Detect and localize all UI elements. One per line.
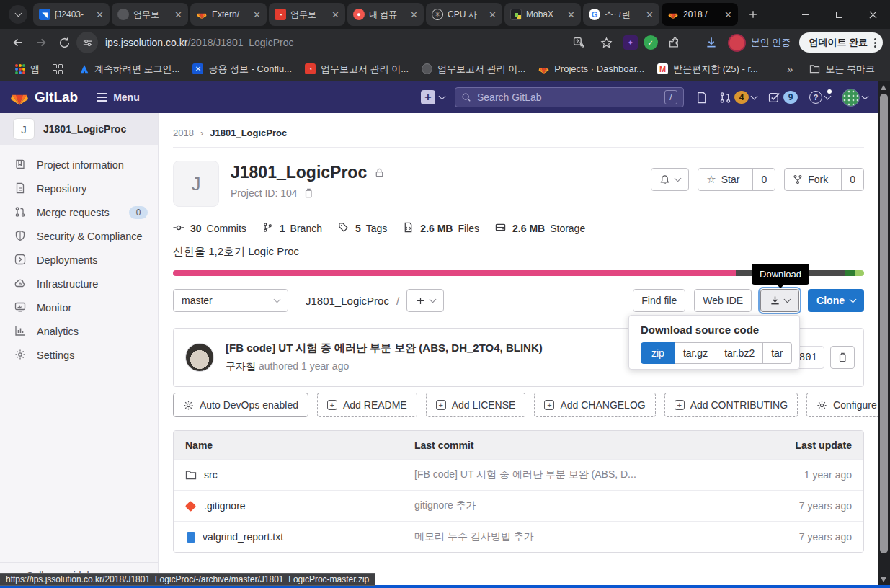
help-button[interactable]: ? <box>809 91 830 104</box>
commit-message-link[interactable]: gitignore 추가 <box>414 499 744 512</box>
todos-button[interactable]: 9 <box>768 91 798 104</box>
translate-button[interactable] <box>569 32 590 53</box>
forward-button[interactable] <box>30 32 52 53</box>
commit-author-avatar[interactable] <box>185 343 214 372</box>
close-icon[interactable]: ✕ <box>173 9 184 20</box>
merge-requests-button[interactable]: 4 <box>719 91 757 104</box>
commit-message-link[interactable]: 메모리 누수 검사방법 추가 <box>414 530 744 543</box>
bookmark-item[interactable]: ✕ 공용 정보 - Conflu... <box>186 60 298 79</box>
bookmark-all-bookmarks[interactable]: 모든 북마크 <box>803 60 881 79</box>
commit-message-link[interactable]: [FB code] UT 시험 중 에러난 부분 보완 (ABS, D... <box>414 468 744 481</box>
stat-commits[interactable]: 30Commits <box>173 222 246 234</box>
close-icon[interactable]: ✕ <box>566 9 577 20</box>
browser-tab[interactable]: ● 내 컴퓨 ✕ <box>347 3 424 26</box>
notifications-button[interactable] <box>651 168 689 191</box>
sidebar-project-context[interactable]: J J1801_LogicProc <box>0 113 158 145</box>
web-ide-button[interactable]: Web IDE <box>694 289 752 312</box>
bookmark-item[interactable]: 업무보고서 관리 이... <box>415 60 532 79</box>
browser-tab[interactable]: MobaX ✕ <box>504 3 581 26</box>
close-icon[interactable]: ✕ <box>409 9 419 20</box>
clone-button[interactable]: Clone <box>808 289 864 312</box>
issues-button[interactable] <box>695 92 708 104</box>
bookmarks-overflow-button[interactable]: » <box>780 60 799 79</box>
bookmark-apps[interactable]: 앱 <box>9 60 46 79</box>
search-input[interactable] <box>477 92 659 103</box>
sidebar-item-analytics[interactable]: Analytics <box>0 319 158 343</box>
bookmark-item[interactable]: ◔ 업무보고서 관리 이... <box>298 60 415 79</box>
file-name-link[interactable]: valgrind_report.txt <box>203 531 283 543</box>
scroll-up-icon[interactable] <box>881 85 886 90</box>
download-button[interactable] <box>760 289 799 312</box>
add-readme-button[interactable]: + Add README <box>317 393 417 417</box>
sidebar-item-security-compliance[interactable]: Security & Compliance <box>0 224 158 248</box>
add-contributing-button[interactable]: + Add CONTRIBUTING <box>664 393 798 417</box>
sidebar-item-repository[interactable]: Repository <box>0 177 158 200</box>
star-count[interactable]: 0 <box>752 169 775 190</box>
sidebar-item-project-information[interactable]: Project information <box>0 153 158 177</box>
profile-chip[interactable]: 본인 인증 <box>728 34 791 52</box>
extensions-puzzle-button[interactable] <box>664 32 685 53</box>
site-info-button[interactable] <box>76 32 98 53</box>
sidebar-item-monitor[interactable]: Monitor <box>0 295 158 319</box>
browser-update-button[interactable]: 업데이트 완료 <box>799 32 883 53</box>
bookmark-item[interactable]: M 받은편지함 (25) - r... <box>651 60 765 79</box>
browser-tab[interactable]: G 스크린 ✕ <box>583 3 659 26</box>
download-option[interactable]: tar.gz <box>675 342 716 364</box>
stat-branches[interactable]: 1Branch <box>262 222 322 234</box>
stat-files[interactable]: 2.6 MBFiles <box>403 222 479 234</box>
stat-storage[interactable]: 2.6 MBStorage <box>495 222 585 234</box>
find-file-button[interactable]: Find file <box>633 289 685 312</box>
download-option[interactable]: zip <box>641 342 675 364</box>
commit-title-link[interactable]: [FB code] UT 시험 중 에러난 부분 보완 (ABS, DH_2TO… <box>226 342 543 355</box>
downloads-button[interactable] <box>700 32 722 53</box>
commit-author[interactable]: 구자철 <box>226 360 256 372</box>
close-icon[interactable]: ✕ <box>252 9 262 20</box>
add-license-button[interactable]: + Add LICENSE <box>426 393 526 417</box>
stat-tags[interactable]: 5Tags <box>338 222 387 234</box>
close-icon[interactable]: ✕ <box>94 9 105 20</box>
browser-tab[interactable]: ◥ [J2403- ✕ <box>33 3 110 26</box>
window-minimize-button[interactable] <box>788 0 822 29</box>
copy-icon[interactable] <box>303 188 313 198</box>
browser-tab[interactable]: ◔ 업무보 ✕ <box>269 3 345 26</box>
bookmark-item[interactable]: Projects · Dashboar... <box>532 60 651 79</box>
scroll-down-icon[interactable] <box>881 577 886 582</box>
sidebar-item-settings[interactable]: Settings <box>0 343 158 367</box>
new-tab-button[interactable] <box>743 4 763 24</box>
browser-tab[interactable]: 업무보 ✕ <box>112 3 188 26</box>
breadcrumb-current[interactable]: J1801_LogicProc <box>210 128 287 138</box>
repo-path-link[interactable]: J1801_LogicProc <box>306 295 389 307</box>
add-file-dropdown[interactable] <box>406 289 444 312</box>
menu-button[interactable]: Menu <box>97 92 140 103</box>
star-button[interactable]: ☆Star 0 <box>698 168 775 191</box>
browser-tab[interactable]: ✳ CPU 사 ✕ <box>426 3 502 26</box>
bookmark-grid-button[interactable] <box>46 60 69 79</box>
browser-menu-icon[interactable] <box>874 38 876 48</box>
branch-selector[interactable]: master <box>173 289 288 312</box>
sidebar-item-infrastructure[interactable]: Infrastructure <box>0 272 158 295</box>
file-name-link[interactable]: src <box>204 469 218 481</box>
browser-tab[interactable]: Extern/ ✕ <box>190 3 267 26</box>
extension-purple-icon[interactable]: ✦ <box>623 35 638 50</box>
gitlab-logo[interactable]: GitLab <box>10 89 78 106</box>
browser-tab-active[interactable]: 2018 / ✕ <box>662 3 738 26</box>
file-name-link[interactable]: .gitignore <box>204 500 246 512</box>
bookmark-item[interactable]: 계속하려면 로그인... <box>73 60 186 79</box>
window-close-button[interactable] <box>856 0 890 29</box>
fork-count[interactable]: 0 <box>841 169 863 190</box>
close-icon[interactable]: ✕ <box>723 9 734 20</box>
tab-search-button[interactable] <box>9 5 27 24</box>
sidebar-item-merge-requests[interactable]: Merge requests 0 <box>0 200 158 224</box>
sidebar-item-deployments[interactable]: Deployments <box>0 248 158 272</box>
user-menu[interactable] <box>842 89 868 107</box>
page-scrollbar[interactable] <box>878 81 890 588</box>
download-option[interactable]: tar.bz2 <box>716 342 763 364</box>
back-button[interactable] <box>7 32 29 53</box>
adblock-shield-icon[interactable]: ✓ <box>644 35 658 50</box>
close-icon[interactable]: ✕ <box>487 9 498 20</box>
close-icon[interactable]: ✕ <box>644 9 655 20</box>
bookmark-star-button[interactable] <box>596 32 618 53</box>
copy-sha-button[interactable] <box>830 346 855 369</box>
add-changelog-button[interactable]: + Add CHANGELOG <box>534 393 655 417</box>
global-search[interactable]: / <box>455 87 684 107</box>
